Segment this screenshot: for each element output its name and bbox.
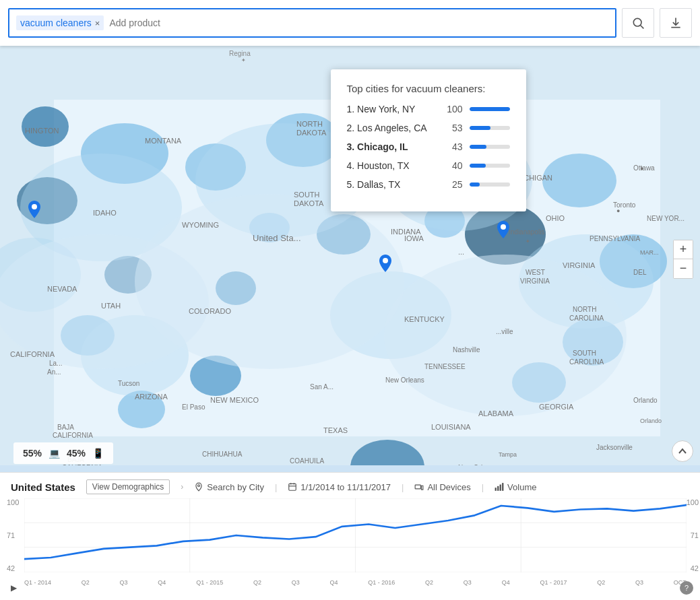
device-stats-overlay: 55% 💻 45% 📱 (13, 442, 113, 464)
svg-text:CALIFORNIA: CALIFORNIA (53, 432, 93, 439)
download-icon (669, 16, 682, 30)
x-label-q4-2016: Q4 (502, 579, 510, 586)
city-name: 3. Chicago, IL (347, 141, 441, 152)
city-name: 4. Houston, TX (347, 160, 441, 171)
svg-rect-114 (497, 486, 499, 491)
svg-text:New Orleans: New Orleans (385, 376, 424, 384)
city-bar (470, 126, 491, 130)
svg-text:Orlando: Orlando (640, 418, 662, 424)
zoom-in-button[interactable]: + (674, 240, 693, 259)
svg-text:VIRGINIA: VIRGINIA (520, 277, 550, 285)
svg-text:Nashville: Nashville (453, 346, 480, 354)
search-input-container: vacuum cleaners × (8, 8, 616, 38)
x-label-q3-2017: Q3 (635, 579, 643, 586)
svg-text:SOUTH: SOUTH (573, 349, 596, 357)
svg-line-1 (641, 26, 644, 29)
search-by-city-control[interactable]: Search by City (194, 482, 264, 492)
download-button[interactable] (660, 8, 692, 38)
map-area[interactable]: NORTH DAKOTA MONTANA IDAHO HINGTON WYOMI… (0, 46, 700, 472)
svg-text:ALABAMA: ALABAMA (478, 409, 514, 418)
svg-text:CALIFORNIA: CALIFORNIA (62, 464, 102, 465)
svg-text:BAJA: BAJA (57, 424, 74, 431)
x-label-q1-2016: Q1 - 2016 (368, 579, 395, 586)
tag-close-icon[interactable]: × (95, 18, 100, 28)
svg-point-104 (32, 204, 37, 209)
svg-text:DAKOTA: DAKOTA (296, 129, 327, 137)
help-button[interactable]: ? (680, 581, 693, 595)
separator-3: | (482, 482, 484, 492)
svg-text:Indianapolis: Indianapolis (509, 228, 544, 236)
city-score: 53 (441, 123, 463, 133)
city-name: 5. Dallas, TX (347, 179, 441, 190)
svg-text:CAROLINA: CAROLINA (569, 358, 604, 366)
svg-point-105 (383, 258, 388, 263)
y-label-100: 100 (7, 498, 19, 506)
svg-text:NEVADA: NEVADA (47, 285, 77, 293)
city-bar (470, 145, 487, 149)
chart-svg-wrapper (24, 498, 687, 572)
x-label-q3-2016: Q3 (464, 579, 472, 586)
scroll-up-button[interactable] (672, 440, 693, 462)
top-cities-popup: Top cities for vacuum cleaners: 1. New Y… (331, 69, 526, 211)
city-name: 2. Los Angeles, CA (347, 123, 441, 133)
city-bar-container (470, 164, 510, 168)
svg-rect-112 (416, 485, 421, 489)
svg-text:Tampa: Tampa (499, 451, 517, 458)
devices-icon (414, 482, 424, 492)
svg-text:COAHUILA: COAHUILA (290, 457, 324, 465)
chevron-up-icon (678, 446, 687, 456)
add-product-input[interactable] (109, 18, 608, 28)
svg-text:Orlando: Orlando (633, 397, 658, 404)
svg-text:INDIANA: INDIANA (391, 228, 421, 236)
svg-text:KENTUCKY: KENTUCKY (404, 315, 445, 323)
volume-control[interactable]: Volume (495, 482, 536, 492)
search-button[interactable] (622, 8, 654, 38)
zoom-out-button[interactable]: − (674, 259, 693, 278)
location-pin-icon (194, 482, 203, 492)
svg-text:MONTANA: MONTANA (145, 137, 182, 145)
svg-text:PENNSYLVANIA: PENNSYLVANIA (590, 235, 641, 242)
map-pin-2 (379, 255, 391, 272)
search-by-city-label: Search by City (207, 482, 264, 492)
svg-text:ARIZONA: ARIZONA (135, 393, 168, 401)
map-pin-1 (28, 201, 40, 218)
svg-text:CHIHUAHUA: CHIHUAHUA (202, 451, 243, 458)
view-demographics-button[interactable]: View Demographics (86, 479, 170, 494)
desktop-percent: 55% (23, 448, 42, 459)
chart-y-labels-right: 100 71 42 (687, 498, 699, 572)
svg-point-0 (633, 18, 641, 26)
svg-rect-116 (502, 483, 503, 491)
volume-bars-icon (495, 482, 504, 492)
city-score: 25 (441, 179, 463, 190)
search-tag[interactable]: vacuum cleaners × (16, 15, 104, 30)
city-name: 1. New York, NY (347, 104, 441, 114)
x-label-q4-2015: Q4 (330, 579, 338, 586)
date-range-control[interactable]: 1/1/2014 to 11/11/2017 (288, 482, 391, 492)
svg-text:●: ● (640, 165, 643, 172)
separator-2: | (402, 482, 404, 492)
y-label-right-100: 100 (687, 498, 699, 506)
popup-title: Top cities for vacuum cleaners: (347, 83, 510, 94)
all-devices-control[interactable]: All Devices (414, 482, 470, 492)
svg-text:WEST: WEST (526, 269, 545, 276)
svg-point-106 (501, 224, 506, 230)
play-button[interactable]: ▶ (7, 581, 20, 595)
svg-text:VIRGINIA: VIRGINIA (563, 261, 596, 269)
svg-text:LOUISIANA: LOUISIANA (431, 423, 471, 431)
chevron-icon: › (181, 482, 183, 492)
svg-text:COLORADO: COLORADO (189, 307, 231, 315)
zoom-controls: + − (673, 240, 693, 279)
city-row: 2. Los Angeles, CA53 (347, 123, 510, 133)
svg-text:NEW YOR...: NEW YOR... (647, 215, 685, 222)
svg-text:NORTH: NORTH (573, 306, 596, 313)
y-label-42: 42 (7, 564, 19, 572)
separator-1: | (275, 482, 277, 492)
svg-text:CALIFORNIA: CALIFORNIA (10, 350, 55, 358)
tag-label: vacuum cleaners (20, 18, 92, 28)
country-label: United States (11, 481, 75, 493)
city-score: 100 (441, 104, 463, 114)
city-bar (470, 182, 480, 187)
date-range-label: 1/1/2014 to 11/11/2017 (300, 482, 391, 492)
x-label-q1-2014: Q1 - 2014 (24, 579, 51, 586)
city-bar-container (470, 107, 510, 111)
